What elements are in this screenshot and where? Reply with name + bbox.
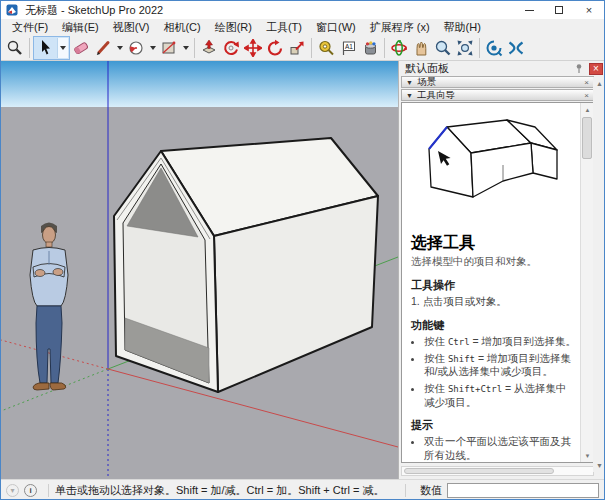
tray-header: 默认面板 ×	[399, 61, 605, 76]
menu-tools[interactable]: 工具(T)	[259, 19, 309, 36]
line-tool-dropdown[interactable]	[114, 37, 125, 59]
zoom-extents-tool-button[interactable]	[454, 37, 476, 59]
modifier-item: 按住 Shift+Ctrl = 从选择集中减少项目。	[424, 382, 577, 409]
scrollbar-thumb[interactable]	[582, 117, 592, 159]
zoom-extents-icon	[456, 39, 474, 57]
tray-title: 默认面板	[405, 61, 572, 76]
main-toolbar: A1	[1, 35, 604, 61]
modifier-title: 功能键	[411, 318, 577, 333]
status-separator	[48, 484, 49, 497]
extension-warehouse-icon	[507, 39, 525, 57]
extension-warehouse-button[interactable]	[505, 37, 527, 59]
toolbar-separator	[194, 38, 195, 58]
maximize-button[interactable]	[544, 1, 574, 19]
section-close-icon[interactable]: ×	[584, 78, 589, 87]
model-viewport[interactable]	[1, 61, 398, 479]
move-tool-button[interactable]	[242, 37, 264, 59]
status-hint: 单击或拖动以选择对象。Shift = 加/减。Ctrl = 加。Shift + …	[55, 483, 384, 498]
text-tool-button[interactable]: A1	[337, 37, 359, 59]
measurements-input[interactable]	[447, 483, 599, 498]
svg-text:A1: A1	[345, 42, 353, 49]
toolbar-separator	[311, 38, 312, 58]
section-scenes-label: 场景	[417, 76, 436, 89]
modifier-list: 按住 Ctrl = 增加项目到选择集。 按住 Shift = 增加项目到选择集和…	[411, 335, 577, 409]
menu-extensions[interactable]: 扩展程序 (x)	[363, 19, 437, 36]
section-instructor[interactable]: ▼ 工具向导 ×	[401, 89, 594, 101]
menu-bar: 文件(F) 编辑(E) 视图(V) 相机(C) 绘图(R) 工具(T) 窗口(W…	[1, 19, 604, 35]
app-icon	[6, 4, 18, 16]
default-tray-panel: 默认面板 × ▼ 场景 × ▼ 工具向导 ×	[398, 61, 605, 479]
minimize-button[interactable]	[514, 1, 544, 19]
arc-tool-dropdown[interactable]	[147, 37, 158, 59]
paint-bucket-tool-button[interactable]	[359, 37, 381, 59]
rotate-tool-button[interactable]	[264, 37, 286, 59]
3d-warehouse-button[interactable]	[483, 37, 505, 59]
paint-bucket-icon	[361, 39, 379, 57]
zoom-icon	[434, 39, 452, 57]
title-bar: 无标题 - SketchUp Pro 2022 ×	[1, 1, 604, 19]
instructor-heading: 选择工具	[411, 233, 577, 254]
tape-measure-tool-button[interactable]	[315, 37, 337, 59]
scroll-down-icon[interactable]: ▼	[593, 459, 605, 472]
chevron-down-icon: ▼	[406, 79, 413, 86]
pin-icon[interactable]	[572, 62, 586, 75]
status-bar: ▾ i 单击或拖动以选择对象。Shift = 加/减。Ctrl = 加。Shif…	[1, 479, 604, 500]
sky	[1, 61, 398, 107]
select-arrow-icon	[37, 39, 55, 57]
rectangle-tool-button[interactable]	[158, 37, 180, 59]
window-controls: ×	[514, 1, 604, 19]
line-tool-button[interactable]	[92, 37, 114, 59]
tip-item: 双击一个平面以选定该平面及其所有边线。	[424, 435, 577, 462]
hscrollbar-thumb[interactable]	[404, 468, 554, 474]
tips-list: 双击一个平面以选定该平面及其所有边线。 双击一条边线以选定该边线及与其共享的平面…	[411, 435, 577, 462]
chevron-down-icon: ▼	[406, 92, 413, 99]
select-tool-button[interactable]	[35, 37, 57, 59]
rectangle-tool-dropdown[interactable]	[180, 37, 191, 59]
tray-scrollbar[interactable]: ▲ ▼	[593, 77, 605, 472]
menu-window[interactable]: 窗口(W)	[309, 19, 363, 36]
instructor-content: 选择工具 选择模型中的项目和对象。 工具操作 1. 点击项目或对象。 功能键 按…	[402, 103, 580, 462]
tray-close-button[interactable]: ×	[589, 63, 603, 75]
zoom-window-tool-button[interactable]	[4, 37, 26, 59]
orbit-icon	[390, 39, 408, 57]
section-scenes[interactable]: ▼ 场景 ×	[401, 76, 594, 88]
sketchup-window: 无标题 - SketchUp Pro 2022 × 文件(F) 编辑(E) 视图…	[0, 0, 605, 500]
orbit-tool-button[interactable]	[388, 37, 410, 59]
arc-tool-button[interactable]	[125, 37, 147, 59]
magnifier-icon	[6, 39, 24, 57]
circle-tool-icon	[127, 39, 145, 57]
instructor-scrollbar[interactable]: ▲ ▼	[580, 103, 593, 462]
eraser-tool-button[interactable]	[70, 37, 92, 59]
offset-icon	[222, 39, 240, 57]
offset-tool-button[interactable]	[220, 37, 242, 59]
menu-file[interactable]: 文件(F)	[5, 19, 55, 36]
push-pull-icon	[200, 39, 218, 57]
scroll-up-icon[interactable]: ▲	[593, 77, 605, 90]
geolocation-status-icon[interactable]: ▾	[6, 484, 19, 497]
zoom-tool-button[interactable]	[432, 37, 454, 59]
select-tool-dropdown[interactable]	[57, 38, 68, 58]
operation-title: 工具操作	[411, 278, 577, 293]
window-title: 无标题 - SketchUp Pro 2022	[25, 3, 163, 18]
operation-step: 1. 点击项目或对象。	[411, 295, 577, 309]
scale-tool-button[interactable]	[286, 37, 308, 59]
tray-horizontal-scrollbar[interactable]	[401, 466, 594, 476]
push-pull-tool-button[interactable]	[198, 37, 220, 59]
modifier-item: 按住 Shift = 增加项目到选择集和/或从选择集中减少项目。	[424, 352, 577, 379]
close-button[interactable]: ×	[574, 1, 604, 19]
menu-edit[interactable]: 编辑(E)	[55, 19, 106, 36]
rotate-icon	[266, 39, 284, 57]
pencil-icon	[94, 39, 112, 57]
3d-warehouse-icon	[485, 39, 503, 57]
rectangle-tool-icon	[160, 39, 178, 57]
section-close-icon[interactable]: ×	[584, 91, 589, 100]
scale-icon	[288, 39, 306, 57]
status-separator	[405, 484, 406, 497]
menu-view[interactable]: 视图(V)	[106, 19, 157, 36]
menu-help[interactable]: 帮助(H)	[437, 19, 488, 36]
toolbar-separator	[384, 38, 385, 58]
pan-tool-button[interactable]	[410, 37, 432, 59]
menu-camera[interactable]: 相机(C)	[156, 19, 207, 36]
menu-draw[interactable]: 绘图(R)	[208, 19, 259, 36]
info-status-icon[interactable]: i	[24, 484, 37, 497]
